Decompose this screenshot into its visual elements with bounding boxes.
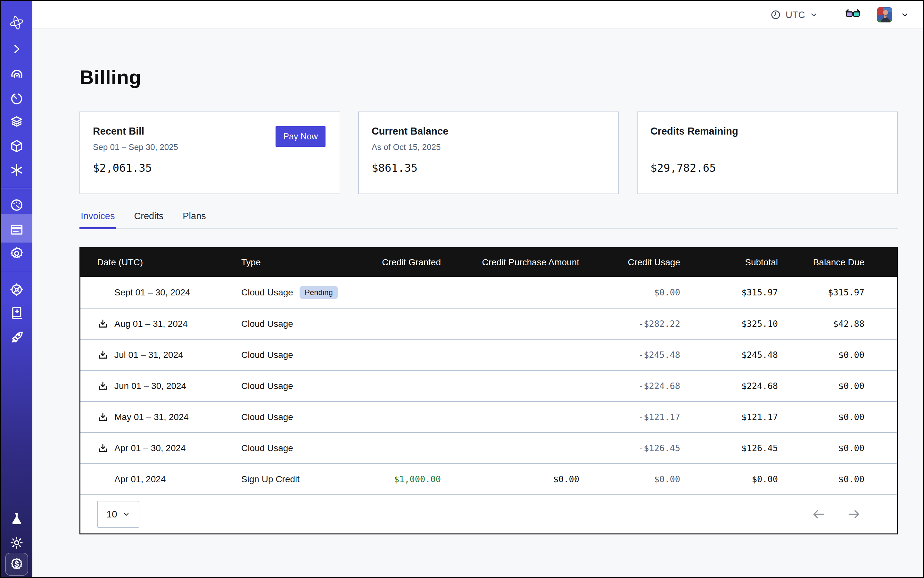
invoice-date: Sept 01 – 30, 2024: [114, 287, 190, 298]
invoice-row: Sept 01 – 30, 2024 Cloud Usage Pending $…: [80, 277, 897, 308]
tab-credits[interactable]: Credits: [133, 211, 165, 229]
credit-usage-value: $0.00: [579, 474, 680, 484]
sidebar: [1, 1, 32, 577]
credits-remaining-amount: $29,782.65: [650, 161, 883, 174]
column-header-credit-purchase-amount: Credit Purchase Amount: [441, 257, 579, 268]
clock-icon: [770, 9, 781, 20]
sidebar-helm-icon[interactable]: [1, 281, 32, 299]
invoice-type: Sign Up Credit: [241, 474, 300, 484]
current-balance-card: Current Balance As of Oct 15, 2025 $861.…: [358, 112, 619, 194]
prev-page-arrow-left-icon[interactable]: [812, 507, 826, 521]
invoice-row: Jul 01 – 31, 2024 Cloud Usage -$245.48 $…: [80, 339, 897, 370]
card-subtitle: As of Oct 15, 2025: [372, 142, 604, 153]
invoice-row: Apr 01 – 30, 2024 Cloud Usage -$126.45 $…: [80, 432, 897, 463]
table-footer: 10: [80, 494, 897, 533]
glasses-icon: [846, 9, 860, 20]
page-size-select[interactable]: 10: [97, 501, 140, 528]
table-header-row: Date (UTC) Type Credit Granted Credit Pu…: [80, 248, 897, 277]
topbar: UTC: [32, 1, 923, 29]
page-title: Billing: [80, 66, 898, 88]
card-title: Current Balance: [372, 126, 604, 137]
page-size-value: 10: [106, 509, 117, 520]
subtotal-value: $126.45: [680, 443, 778, 453]
credit-usage-value: -$245.48: [579, 350, 680, 360]
summary-cards: Recent Bill Sep 01 – Sep 30, 2025 $2,061…: [80, 112, 898, 194]
pay-now-button[interactable]: Pay Now: [276, 126, 325, 147]
subtotal-value: $325.10: [680, 319, 778, 329]
user-avatar[interactable]: [877, 7, 892, 23]
credit-purchase-value: $0.00: [441, 474, 579, 484]
credits-remaining-card: Credits Remaining $29,782.65: [637, 112, 898, 194]
sidebar-asterisk-icon[interactable]: [1, 161, 32, 179]
chevron-down-icon: [901, 11, 909, 19]
sidebar-timer-icon[interactable]: [1, 90, 32, 108]
invoice-date: Aug 01 – 31, 2024: [114, 319, 188, 329]
tab-invoices[interactable]: Invoices: [80, 211, 116, 229]
sidebar-cube-icon[interactable]: [1, 137, 32, 155]
app-logo-orbit-icon[interactable]: [1, 13, 32, 32]
download-invoice-icon[interactable]: [97, 381, 108, 391]
column-header-date: Date (UTC): [80, 257, 241, 268]
download-invoice-button[interactable]: [97, 318, 109, 330]
credit-usage-value: -$282.22: [579, 319, 680, 329]
invoice-date: Jun 01 – 30, 2024: [114, 381, 186, 391]
subtotal-value: $315.97: [680, 287, 778, 297]
status-badge-pending: Pending: [300, 286, 338, 299]
next-page-arrow-right-icon[interactable]: [847, 507, 861, 521]
balance-due-value: $0.00: [778, 474, 864, 484]
subtotal-value: $0.00: [680, 474, 778, 484]
sidebar-item-billing-card-icon[interactable]: [1, 221, 32, 239]
download-invoice-button[interactable]: [97, 349, 109, 361]
download-placeholder: [97, 287, 109, 298]
download-placeholder: [97, 474, 109, 485]
column-header-subtotal: Subtotal: [680, 257, 778, 268]
timezone-selector[interactable]: UTC: [770, 9, 818, 20]
theme-glasses-button[interactable]: [846, 9, 860, 20]
sidebar-sun-icon[interactable]: [1, 534, 32, 552]
balance-due-value: $42.88: [778, 319, 864, 329]
billing-tabs: Invoices Credits Plans: [80, 211, 898, 229]
download-invoice-icon[interactable]: [97, 349, 108, 360]
sidebar-collapse-chevron-right-icon[interactable]: [1, 40, 32, 58]
download-invoice-button[interactable]: [97, 380, 109, 392]
sidebar-book-sparkle-icon[interactable]: [1, 304, 32, 322]
balance-due-value: $0.00: [778, 350, 864, 360]
column-header-credit-granted: Credit Granted: [364, 257, 441, 268]
subtotal-value: $121.17: [680, 412, 778, 422]
download-invoice-icon[interactable]: [97, 443, 108, 454]
sidebar-credits-coin-button[interactable]: [5, 553, 28, 576]
app-window: UTC: [0, 0, 924, 578]
download-invoice-button[interactable]: [97, 411, 109, 423]
credit-usage-value: -$121.17: [579, 412, 680, 422]
timezone-label: UTC: [786, 10, 805, 20]
card-title: Credits Remaining: [650, 126, 883, 137]
sidebar-rocket-icon[interactable]: [1, 328, 32, 346]
sidebar-spiral-icon[interactable]: [1, 66, 32, 84]
invoice-type: Cloud Usage: [241, 443, 293, 453]
invoice-date: Apr 01, 2024: [114, 474, 166, 484]
invoice-type: Cloud Usage: [241, 381, 293, 391]
balance-due-value: $315.97: [778, 287, 864, 297]
sidebar-divider: [1, 272, 32, 272]
download-invoice-icon[interactable]: [97, 412, 108, 423]
user-menu-button[interactable]: [901, 11, 909, 19]
subtotal-value: $224.68: [680, 381, 778, 391]
download-invoice-icon[interactable]: [97, 318, 108, 330]
sidebar-layers-icon[interactable]: [1, 113, 32, 131]
table-body: Sept 01 – 30, 2024 Cloud Usage Pending $…: [80, 277, 897, 494]
credit-usage-value: $0.00: [579, 287, 680, 297]
credit-usage-value: -$126.45: [579, 443, 680, 453]
invoices-table: Date (UTC) Type Credit Granted Credit Pu…: [80, 247, 898, 534]
chevron-down-icon: [810, 11, 818, 19]
main-content: Billing Recent Bill Sep 01 – Sep 30, 202…: [32, 30, 923, 577]
balance-due-value: $0.00: [778, 443, 864, 453]
download-invoice-button[interactable]: [97, 442, 109, 454]
invoice-date: Jul 01 – 31, 2024: [114, 350, 183, 360]
sidebar-settings-gear-icon[interactable]: [1, 244, 32, 262]
tab-plans[interactable]: Plans: [181, 211, 207, 229]
subtotal-value: $245.48: [680, 350, 778, 360]
sidebar-flask-icon[interactable]: [1, 510, 32, 528]
recent-bill-card: Recent Bill Sep 01 – Sep 30, 2025 $2,061…: [80, 112, 340, 194]
invoice-type: Cloud Usage: [241, 412, 293, 422]
sidebar-meter-icon[interactable]: [1, 196, 32, 214]
